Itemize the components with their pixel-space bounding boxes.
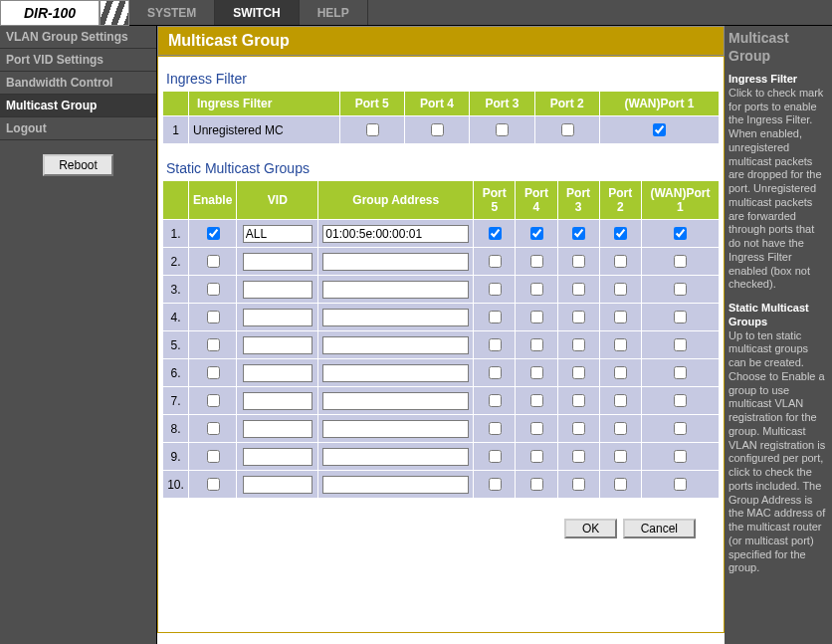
group-address-input[interactable] — [322, 476, 469, 494]
enable-checkbox[interactable] — [207, 338, 220, 351]
enable-checkbox[interactable] — [207, 478, 220, 491]
enable-checkbox[interactable] — [207, 283, 220, 296]
port-checkbox[interactable] — [572, 311, 585, 323]
port-checkbox[interactable] — [489, 227, 502, 240]
port-checkbox[interactable] — [572, 283, 585, 296]
port-checkbox[interactable] — [489, 422, 502, 435]
group-address-input[interactable] — [322, 309, 469, 326]
port-checkbox[interactable] — [572, 394, 585, 407]
nav-system[interactable]: SYSTEM — [129, 0, 215, 25]
vid-input[interactable] — [243, 336, 312, 354]
port-checkbox[interactable] — [614, 366, 627, 379]
vid-input[interactable] — [243, 476, 312, 494]
port-checkbox[interactable] — [489, 366, 502, 379]
vid-input[interactable] — [243, 225, 312, 243]
reboot-button[interactable]: Reboot — [43, 154, 113, 176]
row-number: 5. — [163, 331, 189, 359]
vid-input[interactable] — [243, 281, 312, 299]
port-checkbox[interactable] — [674, 394, 687, 407]
group-address-input[interactable] — [322, 253, 469, 271]
port-checkbox[interactable] — [674, 366, 687, 379]
enable-checkbox[interactable] — [207, 366, 220, 379]
sidebar-item-port-vid[interactable]: Port VID Settings — [0, 49, 156, 72]
port-checkbox[interactable] — [572, 366, 585, 379]
ok-button[interactable]: OK — [564, 519, 617, 538]
cancel-button[interactable]: Cancel — [623, 519, 696, 538]
enable-checkbox[interactable] — [207, 422, 220, 435]
sidebar-item-logout[interactable]: Logout — [0, 117, 156, 140]
port-checkbox[interactable] — [614, 450, 627, 463]
port-checkbox[interactable] — [674, 283, 687, 296]
ingress-port1-checkbox[interactable] — [653, 123, 666, 136]
port-checkbox[interactable] — [674, 311, 687, 323]
port-checkbox[interactable] — [572, 478, 585, 491]
port-checkbox[interactable] — [674, 255, 687, 268]
enable-checkbox[interactable] — [207, 227, 220, 240]
nav-help[interactable]: HELP — [300, 0, 368, 25]
enable-checkbox[interactable] — [207, 255, 220, 268]
ingress-table: Ingress Filter Port 5 Port 4 Port 3 Port… — [162, 91, 720, 144]
port-checkbox[interactable] — [572, 450, 585, 463]
port-checkbox[interactable] — [530, 338, 543, 351]
group-address-input[interactable] — [322, 448, 469, 466]
port-checkbox[interactable] — [489, 394, 502, 407]
port-checkbox[interactable] — [489, 255, 502, 268]
sidebar-item-bandwidth[interactable]: Bandwidth Control — [0, 72, 156, 95]
port-checkbox[interactable] — [674, 422, 687, 435]
port-checkbox[interactable] — [489, 338, 502, 351]
port-checkbox[interactable] — [614, 394, 627, 407]
group-address-input[interactable] — [322, 364, 469, 382]
port-checkbox[interactable] — [572, 255, 585, 268]
port-checkbox[interactable] — [530, 255, 543, 268]
port-checkbox[interactable] — [530, 311, 543, 323]
port-checkbox[interactable] — [614, 227, 627, 240]
port-checkbox[interactable] — [530, 478, 543, 491]
sidebar-item-vlan-group[interactable]: VLAN Group Settings — [0, 26, 156, 49]
port-checkbox[interactable] — [489, 283, 502, 296]
port-checkbox[interactable] — [530, 450, 543, 463]
group-address-input[interactable] — [322, 420, 469, 438]
ingress-port5-checkbox[interactable] — [366, 123, 379, 136]
ingress-port3-checkbox[interactable] — [496, 123, 509, 136]
enable-checkbox[interactable] — [207, 450, 220, 463]
vid-input[interactable] — [243, 364, 312, 382]
port-checkbox[interactable] — [489, 450, 502, 463]
port-checkbox[interactable] — [614, 311, 627, 323]
help-panel: Multicast Group Ingress Filter Click to … — [725, 26, 832, 644]
row-number: 8. — [163, 415, 189, 443]
group-address-input[interactable] — [322, 281, 469, 299]
port-checkbox[interactable] — [489, 478, 502, 491]
ingress-port4-checkbox[interactable] — [431, 123, 444, 136]
port-checkbox[interactable] — [530, 366, 543, 379]
port-checkbox[interactable] — [572, 338, 585, 351]
vid-input[interactable] — [243, 253, 312, 271]
port-checkbox[interactable] — [489, 311, 502, 323]
port-checkbox[interactable] — [530, 394, 543, 407]
group-address-input[interactable] — [322, 392, 469, 410]
port-checkbox[interactable] — [572, 227, 585, 240]
port-checkbox[interactable] — [674, 450, 687, 463]
port-checkbox[interactable] — [614, 255, 627, 268]
vid-input[interactable] — [243, 448, 312, 466]
port-checkbox[interactable] — [674, 227, 687, 240]
group-address-input[interactable] — [322, 225, 469, 243]
vid-input[interactable] — [243, 392, 312, 410]
nav-switch[interactable]: SWITCH — [215, 0, 299, 25]
port-checkbox[interactable] — [614, 283, 627, 296]
group-address-input[interactable] — [322, 336, 469, 354]
enable-checkbox[interactable] — [207, 394, 220, 407]
port-checkbox[interactable] — [530, 227, 543, 240]
vid-input[interactable] — [243, 420, 312, 438]
port-checkbox[interactable] — [530, 422, 543, 435]
enable-checkbox[interactable] — [207, 311, 220, 323]
vid-input[interactable] — [243, 309, 312, 326]
port-checkbox[interactable] — [674, 478, 687, 491]
port-checkbox[interactable] — [572, 422, 585, 435]
port-checkbox[interactable] — [614, 422, 627, 435]
port-checkbox[interactable] — [674, 338, 687, 351]
port-checkbox[interactable] — [614, 478, 627, 491]
port-checkbox[interactable] — [530, 283, 543, 296]
port-checkbox[interactable] — [614, 338, 627, 351]
ingress-port2-checkbox[interactable] — [561, 123, 574, 136]
sidebar-item-multicast[interactable]: Multicast Group — [0, 95, 156, 117]
